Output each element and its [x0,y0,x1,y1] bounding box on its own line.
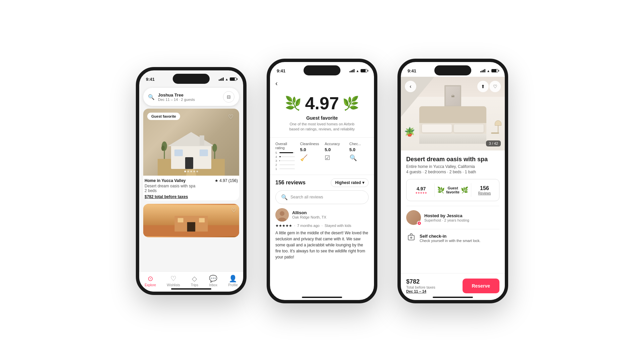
search-location: Joshua Tree [158,93,220,98]
review-text: A little gem in the middle of the desert… [275,230,369,260]
review-context: Stayed with kids [325,224,351,228]
reviewer-info: Allison Oak Ridge North, TX [292,210,326,219]
p3-footer: $782 Total before taxes Dec 11 – 14 Rese… [401,273,505,300]
reviewer-location: Oak Ridge North, TX [292,215,326,219]
listing-card-2[interactable]: ♡ [143,204,239,237]
wifi-icon-2: ▲ [356,69,359,73]
price-dates[interactable]: Dec 11 – 14 [406,289,435,293]
trips-icon: ◇ [192,275,197,283]
svg-rect-17 [199,218,205,223]
wishlists-label: Wishlists [167,283,180,287]
p1-content: 🔍 Joshua Tree Dec 11 – 14 · 2 guests ⊟ [139,85,243,292]
nav-profile[interactable]: 👤 Profile [228,275,237,287]
bar-fill-5 [279,152,293,153]
cleanliness-label: Cleanliness [300,142,320,146]
home-indicator-3 [433,297,473,298]
checkin-sub: Check yourself in with the smart lock. [420,239,481,243]
rating-sub-1: One of the most loved homes on Airbnb [289,122,354,126]
back-button-p3[interactable]: ‹ [405,81,416,92]
rating-subtitle: One of the most loved homes on Airbnb ba… [277,122,367,132]
gf-text-wrap: Guest favorite [446,186,460,194]
checkin-score: 5.0 [350,147,369,152]
svg-rect-4 [185,157,193,169]
accuracy-icon: ☑ [325,154,344,162]
checkin-icon: 🔍 [350,154,369,162]
reviews-label: Reviews [474,191,495,195]
listing-stats: 4.97 ★★★★★ 🌿 Guest favorite 🌿 [406,179,499,201]
explore-icon: ⊙ [148,275,153,283]
listing-price[interactable]: $782 total before taxes [145,194,238,199]
svg-rect-22 [408,235,414,240]
home-indicator-1 [171,288,211,290]
price-amount-wrap: $782 [406,278,435,285]
image-dots [184,171,198,172]
host-sub: Superhost · 2 years hosting [424,218,469,222]
bar-fill-4 [279,156,281,157]
search-bar[interactable]: 🔍 Joshua Tree Dec 11 – 14 · 2 guests ⊟ [143,88,239,106]
listing-row1: Home in Yucca Valley ★ 4.97 (156) [145,178,238,183]
battery-icon-1 [230,77,236,81]
cleanliness-score: 5.0 [300,147,320,152]
signal-icon-2 [350,69,355,72]
search-reviews-placeholder: Search all reviews [290,195,323,199]
chevron-down-icon: ▾ [362,180,364,185]
guest-favorite-badge: Guest favorite [147,113,180,120]
bar-num-2: 2 [275,163,278,167]
svg-rect-7 [200,135,204,145]
reserve-button[interactable]: Reserve [463,279,500,293]
wishlist-button-1[interactable]: ♡ [226,112,236,122]
profile-icon: 👤 [229,275,237,283]
phone-3: 9:41 ▲ [397,59,508,303]
dynamic-island-1 [173,74,210,84]
host-row[interactable]: ★ Hosted by Jessica Superhost · 2 years … [406,206,499,229]
filter-button[interactable]: ⊟ [223,91,234,103]
checkin-row: Self check-in Check yourself in with the… [406,229,499,247]
nav-wishlists[interactable]: ♡ Wishlists [167,275,180,287]
lamp [495,120,501,134]
bar-fill-3 [279,160,280,161]
listing-name: Desert dream oasis with spa [145,184,238,188]
phone-2: 9:41 ▲ ‹ 🌿 4.97 🌿 [267,59,377,303]
wifi-icon-1: ▲ [225,77,228,81]
nav-inbox[interactable]: 💬 Inbox [209,275,217,287]
rating-display: 🌿 4.97 🌿 [277,93,367,113]
bar-3: 3 [275,159,295,163]
bar-1: 1 [275,167,295,171]
search-reviews-bar[interactable]: 🔍 Search all reviews [275,190,369,204]
bed [419,106,486,144]
laurel-right-small: 🌿 [461,186,468,194]
wishlist-button-2[interactable]: ♡ [231,206,236,214]
sort-button[interactable]: Highest rated ▾ [331,178,369,187]
review-meta: ★★★★★ · 7 months ago · Stayed with kids [275,224,369,228]
bottom-nav: ⊙ Explore ♡ Wishlists ◇ Trips 💬 Inbox 👤 … [139,272,243,292]
back-button[interactable]: ‹ [270,77,374,90]
nav-trips[interactable]: ◇ Trips [191,275,198,287]
share-button[interactable]: ⬆ [477,81,489,92]
overall-rating: 4.97 [305,93,339,113]
search-icon: 🔍 [148,94,155,100]
pillow-1 [422,124,452,132]
dot-separator: · [294,224,295,228]
superhost-badge: ★ [417,221,422,226]
p3-content: 🏔 🪴 [401,77,505,300]
accuracy-cat: Accuracy 5.0 ☑ [325,142,350,171]
checkin-cat: Chec... 5.0 🔍 [350,142,369,171]
blanket [419,134,486,144]
property-type: Entire home in Yucca Valley, California [406,164,499,169]
rating-breakdown: Overall rating 5 4 3 [270,137,374,175]
bar-track-3 [279,160,295,161]
checkin-info: Self check-in Check yourself in with the… [420,234,481,243]
listing-card-1[interactable]: Guest favorite ♡ Home in Yucca Vall [143,109,239,200]
review-card-allison: Allison Oak Ridge North, TX ★★★★★ · 7 mo… [270,208,374,260]
nav-explore[interactable]: ⊙ Explore [145,275,156,287]
rating-sub-2: based on ratings, reviews, and reliabili… [289,127,355,131]
listing-rating: ★ 4.97 (156) [215,178,238,183]
signal-icon-3 [480,69,485,72]
signal-icon-1 [219,77,224,81]
listing-image-1: Guest favorite ♡ [143,109,239,176]
save-button[interactable]: ♡ [489,81,501,92]
guest-favorite-title: Guest favorite [277,115,367,121]
stat-rating-value: 4.97 [411,186,432,191]
battery-icon-3 [491,69,498,72]
svg-rect-16 [178,218,183,223]
